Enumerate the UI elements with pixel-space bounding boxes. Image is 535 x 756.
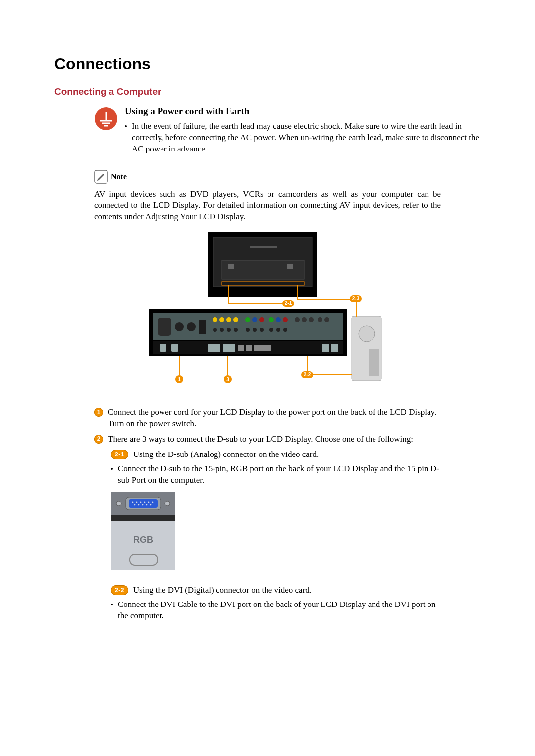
rgb-port-illustration: RGB [111, 492, 175, 571]
svg-point-20 [219, 317, 224, 322]
svg-rect-48 [223, 344, 235, 352]
svg-point-35 [220, 328, 224, 332]
svg-text:2-1: 2-1 [285, 301, 292, 306]
svg-rect-11 [287, 264, 293, 269]
svg-point-42 [276, 328, 280, 332]
svg-point-38 [246, 328, 250, 332]
svg-point-80 [142, 504, 144, 506]
note-label: Note [111, 172, 127, 181]
note-pencil-icon [94, 170, 108, 184]
svg-point-36 [227, 328, 231, 332]
earth-body: In the event of failure, the earth lead … [132, 121, 481, 155]
svg-rect-83 [111, 515, 175, 521]
step-2-marker: 2 [94, 435, 103, 444]
note-body: AV input devices such as DVD players, VC… [94, 189, 441, 223]
svg-point-69 [165, 501, 170, 506]
svg-rect-10 [228, 264, 234, 269]
svg-point-78 [134, 504, 136, 506]
svg-rect-9 [222, 260, 304, 279]
bullet-icon [125, 125, 127, 127]
svg-point-32 [318, 317, 322, 322]
svg-point-26 [269, 317, 274, 322]
earth-ground-icon [94, 107, 118, 131]
rgb-port-label: RGB [133, 535, 153, 545]
svg-point-24 [252, 317, 257, 322]
svg-point-33 [324, 317, 329, 322]
svg-point-25 [259, 317, 264, 322]
step-2-text: There are 3 ways to connect the D-sub to… [108, 434, 441, 445]
svg-point-40 [260, 328, 264, 332]
svg-point-82 [150, 504, 152, 506]
step-2-1-bullet: Connect the D-sub to the 15-pin, RGB por… [111, 463, 441, 486]
svg-rect-50 [246, 345, 252, 351]
svg-point-73 [136, 502, 138, 503]
bottom-divider [54, 731, 481, 731]
svg-point-77 [152, 502, 154, 503]
svg-point-16 [175, 322, 184, 331]
svg-point-30 [302, 317, 307, 322]
svg-point-37 [234, 328, 238, 332]
svg-point-34 [213, 328, 217, 332]
svg-rect-18 [199, 320, 206, 334]
svg-point-22 [233, 317, 238, 322]
svg-point-39 [253, 328, 257, 332]
top-divider [54, 35, 481, 35]
step-2-1-row: 2-1 Using the D-sub (Analog) connector o… [111, 450, 441, 459]
svg-text:1: 1 [178, 377, 181, 382]
svg-rect-51 [254, 345, 271, 351]
bullet-icon [111, 604, 113, 605]
svg-rect-71 [129, 499, 158, 508]
step-1-marker: 1 [94, 408, 103, 417]
step-2-2-bullet: Connect the DVI Cable to the DVI port on… [111, 599, 441, 622]
connection-diagram: 2-1 2-3 1 3 2-2 [149, 230, 386, 393]
svg-point-27 [276, 317, 281, 322]
page-title: Connections [54, 55, 481, 73]
bullet-icon [111, 468, 113, 470]
earth-warning-block: Using a Power cord with Earth In the eve… [94, 106, 481, 155]
connection-diagram-wrapper: 2-1 2-3 1 3 2-2 [54, 230, 481, 393]
manual-page: Connections Connecting a Computer Using … [0, 0, 535, 756]
svg-point-81 [146, 504, 148, 506]
earth-heading: Using a Power cord with Earth [125, 106, 481, 117]
svg-text:3: 3 [226, 377, 229, 382]
svg-point-68 [116, 501, 121, 506]
step-2-row: 2 There are 3 ways to connect the D-sub … [94, 434, 441, 445]
svg-rect-8 [250, 246, 277, 248]
svg-rect-56 [369, 349, 379, 376]
svg-point-43 [283, 328, 287, 332]
svg-rect-84 [111, 521, 175, 570]
svg-rect-47 [208, 344, 220, 352]
svg-text:2-2: 2-2 [304, 372, 311, 377]
step-2-2-text: Using the DVI (Digital) connector on the… [133, 585, 312, 595]
svg-point-17 [187, 322, 196, 331]
svg-point-19 [213, 317, 217, 322]
step-2-1-text: Using the D-sub (Analog) connector on th… [133, 450, 319, 459]
svg-point-79 [138, 504, 140, 506]
svg-point-75 [144, 502, 146, 503]
svg-rect-12 [222, 282, 304, 285]
svg-point-31 [309, 317, 314, 322]
svg-text:2-3: 2-3 [352, 296, 360, 301]
svg-point-41 [269, 328, 273, 332]
svg-rect-53 [331, 344, 338, 352]
svg-rect-52 [322, 344, 329, 352]
step-1-text: Connect the power cord for your LCD Disp… [108, 407, 441, 430]
svg-point-23 [245, 317, 250, 322]
svg-point-28 [283, 317, 288, 322]
step-2-2-row: 2-2 Using the DVI (Digital) connector on… [111, 585, 441, 595]
section-heading: Connecting a Computer [54, 86, 481, 97]
step-2-2-bullet-text: Connect the DVI Cable to the DVI port on… [118, 599, 441, 622]
svg-point-72 [132, 502, 134, 503]
step-2-1-bullet-text: Connect the D-sub to the 15-pin, RGB por… [118, 463, 441, 486]
note-block: Note [94, 170, 481, 184]
step-2-2-marker: 2-2 [111, 585, 128, 595]
svg-point-76 [148, 502, 150, 503]
svg-point-21 [226, 317, 231, 322]
svg-rect-46 [171, 344, 178, 352]
svg-rect-45 [160, 344, 166, 352]
svg-point-55 [359, 326, 374, 342]
step-2-1-marker: 2-1 [111, 450, 128, 459]
svg-rect-15 [158, 318, 171, 336]
step-1-row: 1 Connect the power cord for your LCD Di… [94, 407, 441, 430]
earth-warning-text: Using a Power cord with Earth In the eve… [125, 106, 481, 155]
